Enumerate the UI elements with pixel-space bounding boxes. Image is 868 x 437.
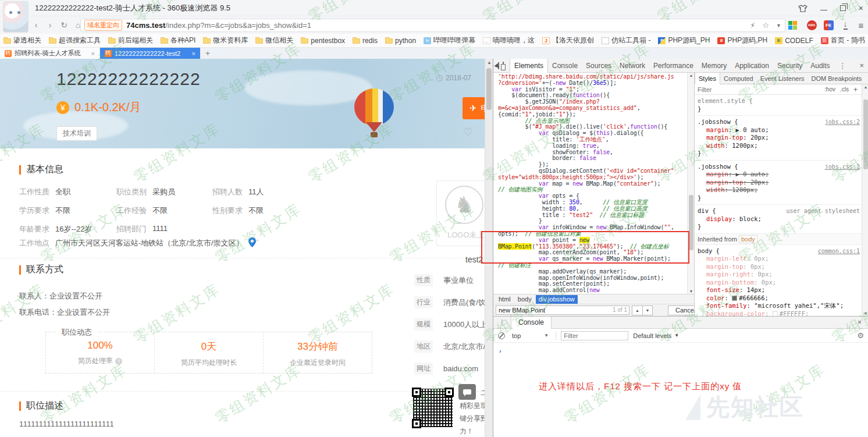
bookmark-item[interactable]: 各种API (161, 35, 195, 45)
console-filter-input[interactable] (561, 331, 628, 340)
css-property[interactable]: font-size: 14px; (698, 286, 860, 294)
styles-tab-computed[interactable]: Computed (720, 73, 757, 84)
device-toolbar-icon[interactable] (503, 62, 504, 70)
devtools-tab-memory[interactable]: Memory (698, 59, 731, 73)
css-property[interactable]: margin: ▶ 0 auto; (698, 170, 860, 179)
bookmark-star-icon[interactable]: ☆ (762, 21, 769, 30)
bookmark-item[interactable]: CODELF (775, 37, 813, 45)
browser-avatar[interactable] (3, 2, 28, 32)
styles-filter-input[interactable] (698, 86, 767, 93)
new-tab-button[interactable]: + (200, 48, 215, 59)
console-body[interactable]: › 进入详情以后，F12 搜索一下 记一下上面的xy 值 (493, 343, 868, 436)
console-settings-gear-icon[interactable]: ⚙ (857, 331, 864, 340)
css-property[interactable]: margin-bottom: 0px; (698, 279, 860, 287)
css-property[interactable]: margin-right: 0px; (698, 271, 860, 279)
dropdown-chevron-icon[interactable]: ▼ (776, 23, 781, 29)
css-property[interactable]: background-color: #FFFFFF; (698, 310, 860, 317)
breadcrumb-item-html[interactable]: html (496, 295, 514, 304)
css-property[interactable]: margin-top: 20px; (698, 134, 860, 142)
styles-scrollbar[interactable]: ▲ ▼ (862, 84, 868, 316)
scrollbar-thumb[interactable] (486, 68, 492, 110)
css-property[interactable]: margin-top: 20px; (698, 179, 860, 187)
map-pin-icon[interactable] (248, 237, 256, 249)
refresh-icon[interactable]: ↻ (58, 19, 70, 31)
forward-icon[interactable]: › (44, 19, 56, 31)
console-levels-select[interactable]: Default levels ▼ (633, 332, 679, 339)
console-context-select[interactable]: top ▼ (510, 331, 551, 340)
console-menu-icon[interactable]: ⋮ (493, 318, 511, 326)
bookmark-item[interactable]: 超强搜索工具 (49, 35, 101, 45)
bookmark-item[interactable]: pentestbox (301, 37, 345, 45)
help-icon[interactable]: ? (115, 358, 122, 365)
address-bar[interactable]: 域名重定向 74cms.test /index.php?m=&c=jobs&a=… (80, 19, 785, 32)
bookmark-item[interactable]: 哔哩哔哩弹幕 (424, 35, 475, 45)
css-rule[interactable]: body {common.css:1margin-left: 0px;margi… (695, 245, 862, 317)
bookmark-item[interactable]: 渗透相关 (3, 35, 41, 45)
css-property[interactable]: width: 1200px; (698, 186, 860, 194)
css-property[interactable]: color: #666666; (698, 294, 860, 303)
devtools-search-input[interactable] (496, 305, 629, 315)
styles-tab-dom-breakpoints[interactable]: DOM Breakpoints (808, 73, 866, 84)
code-scrollbar[interactable]: ▲ ▼ (687, 73, 694, 294)
breadcrumb-item-div.jobsshow[interactable]: div.jobsshow (536, 295, 578, 304)
bookmark-item[interactable]: 嘀哩嘀哩，这 (483, 35, 535, 45)
breadcrumb-item-body[interactable]: body (515, 295, 535, 304)
devtools-tab-console[interactable]: Console (548, 59, 582, 73)
apps-grid-icon[interactable] (787, 19, 798, 31)
devtools-tab-sources[interactable]: Sources (582, 59, 616, 73)
clear-console-icon[interactable] (498, 332, 505, 339)
devtools-tab-performance[interactable]: Performance (649, 59, 698, 73)
css-property[interactable]: margin-top: 0px; (698, 263, 860, 271)
scrollbar-down-icon[interactable]: ▼ (862, 311, 868, 315)
devtools-close-icon[interactable]: × (860, 61, 865, 70)
css-rule[interactable]: .jobsshow {jobs.css:2margin: ▶ 0 auto;ma… (695, 161, 862, 205)
tab-close-icon[interactable]: × (192, 50, 195, 57)
css-property[interactable]: display: block; (698, 215, 860, 223)
adblock-icon[interactable]: ABS (806, 19, 817, 31)
styles-tab-styles[interactable]: Styles (695, 73, 720, 84)
bookmark-item[interactable]: PHP源码,PH (717, 35, 767, 45)
devtools-menu-icon[interactable]: ⋮ (834, 62, 852, 70)
inspect-element-icon[interactable] (498, 62, 499, 69)
css-property[interactable]: margin: ▶ 0 auto; (698, 126, 860, 134)
devtools-tab-elements[interactable]: Elements (510, 59, 548, 73)
tab-close-icon[interactable]: × (91, 50, 95, 57)
css-source-link[interactable]: jobs.css:2 (825, 118, 860, 126)
code-pane[interactable]: 'http://bdimg.share.baidu.com/static/api… (493, 73, 687, 294)
css-property[interactable]: margin-left: 0px; (698, 255, 860, 263)
browser-tab-jobs-list[interactable]: 聘 招聘列表-骑士人才系统 × (0, 48, 100, 59)
search-next-icon[interactable]: ▼ (642, 305, 653, 315)
close-button[interactable]: × (859, 3, 863, 13)
bookmark-item[interactable]: 前后端相关 (108, 35, 153, 45)
bookmark-item[interactable]: 仿站工具箱 - (602, 35, 650, 45)
bookmarks-overflow-icon[interactable]: » (855, 35, 865, 44)
skin-shirt-icon[interactable] (798, 5, 807, 12)
scrollbar-thumb[interactable] (689, 195, 693, 250)
css-rule[interactable]: .jobsshow {jobs.css:2margin: ▶ 0 auto;ma… (695, 116, 862, 161)
bookmark-item[interactable]: python (385, 37, 416, 45)
favorite-heart-icon[interactable]: ♡ (463, 126, 472, 138)
devtools-tab-network[interactable]: Network (616, 59, 649, 73)
inherited-from-node[interactable]: body (739, 235, 757, 243)
css-source-link[interactable]: jobs.css:2 (825, 163, 860, 171)
class-toggle[interactable]: .cls (840, 86, 849, 93)
css-rule[interactable]: div {user agent stylesheetdisplay: block… (695, 205, 862, 234)
bookmark-item[interactable]: 微信相关 (255, 35, 293, 45)
apply-job-button[interactable]: ✈ 申请 (463, 97, 485, 119)
new-style-rule-icon[interactable]: + (853, 86, 858, 94)
back-icon[interactable]: ‹ (30, 19, 42, 31)
bookmark-item[interactable]: 【洛天依原创 (542, 35, 594, 45)
devtools-tab-security[interactable]: Security (773, 59, 806, 73)
styles-tab-properties[interactable]: Properties (865, 73, 868, 84)
domain-redirect-badge[interactable]: 域名重定向 (84, 20, 122, 31)
console-tab[interactable]: Console (511, 317, 552, 329)
css-rule[interactable]: element.style {} (695, 95, 862, 116)
hover-state-toggle[interactable]: :hov (824, 86, 835, 93)
search-prev-icon[interactable]: ▲ (632, 305, 642, 315)
devtools-tab-audits[interactable]: Audits (806, 59, 834, 73)
css-source-link[interactable]: user agent stylesheet (787, 207, 860, 215)
css-property[interactable]: width: 1200px; (698, 142, 860, 150)
fe-extension-icon[interactable]: FE (823, 19, 834, 31)
scrollbar-up-icon[interactable]: ▲ (485, 60, 493, 65)
company-name[interactable]: test2 (465, 255, 483, 264)
